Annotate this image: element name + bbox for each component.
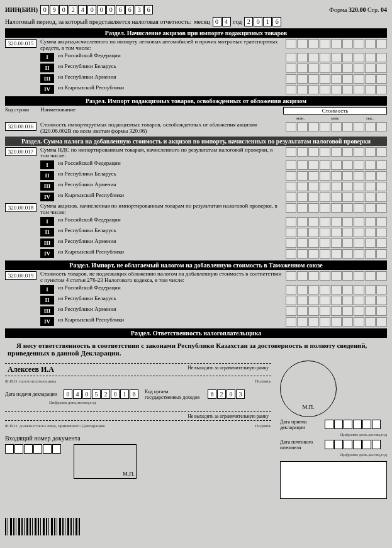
amount-cell[interactable] [365,217,376,226]
amount-cell[interactable] [342,217,353,226]
amount-cell[interactable] [331,228,342,237]
amount-cell[interactable] [342,171,353,181]
amount-cell[interactable] [308,228,319,237]
amount-cell[interactable] [297,317,308,327]
amount-cell[interactable] [331,217,342,226]
amount-cell[interactable] [297,249,308,259]
amount-cell[interactable] [297,193,308,202]
amount-cell[interactable] [365,53,376,62]
amount-cell[interactable] [297,296,308,305]
amount-cell[interactable] [320,171,330,181]
amount-cell[interactable] [297,238,308,248]
amount-cell[interactable] [354,285,364,294]
iin-d[interactable]: 3 [135,5,143,14]
amount-cell[interactable] [308,171,319,181]
amount-cell[interactable] [376,85,387,94]
amount-cell[interactable] [342,64,353,73]
amount-cell[interactable] [354,64,364,73]
amount-cell[interactable] [308,238,319,248]
amount-cell[interactable] [331,160,342,170]
amount-cell[interactable] [320,217,330,226]
amount-cell[interactable] [331,285,342,294]
iin-d[interactable]: 6 [144,5,153,14]
amount-cell[interactable] [365,296,376,305]
amount-cell[interactable] [286,182,296,191]
amount-cell[interactable] [331,74,342,84]
amount-cell[interactable] [308,74,319,84]
amount-cell[interactable] [286,285,296,294]
amount-cell[interactable] [376,238,387,248]
amount-cell[interactable] [342,74,353,84]
amount-cell[interactable] [342,306,353,316]
amount-cell[interactable] [320,249,330,259]
amount-cell[interactable] [331,306,342,316]
amount-cell[interactable] [308,53,319,62]
amount-cell[interactable] [286,306,296,316]
amount-cell[interactable] [342,249,353,259]
amount-cell[interactable] [342,53,353,62]
amount-cell[interactable] [320,228,330,237]
amount-cell[interactable] [342,85,353,94]
amount-cell[interactable] [365,182,376,191]
amount-cell[interactable] [297,306,308,316]
amount-cell[interactable] [297,228,308,237]
amount-cell[interactable] [376,182,387,191]
amount-cell[interactable] [354,306,364,316]
amount-cell[interactable] [320,53,330,62]
amount-cell[interactable] [354,217,364,226]
amount-cell[interactable] [365,74,376,84]
amount-cell[interactable] [354,296,364,305]
month-d[interactable]: 0 [213,17,221,26]
iin-d[interactable]: 6 [125,5,134,14]
amount-cell[interactable] [354,182,364,191]
amount-cell[interactable] [376,193,387,202]
year-d[interactable]: 0 [254,17,262,26]
amount-cell[interactable] [376,171,387,181]
amount-cell[interactable] [297,285,308,294]
amount-cell[interactable] [365,160,376,170]
amount-cell[interactable] [354,238,364,248]
amount-cell[interactable] [286,171,296,181]
amount-cell[interactable] [308,193,319,202]
amount-cell[interactable] [308,317,319,327]
amount-cell[interactable] [297,217,308,226]
amount-cell[interactable] [354,249,364,259]
amount-cell[interactable] [308,217,319,226]
amount-cell[interactable] [286,238,296,248]
amount-cell[interactable] [308,249,319,259]
amount-cell[interactable] [286,193,296,202]
amount-cell[interactable] [365,317,376,327]
amount-cell[interactable] [354,193,364,202]
amount-cell[interactable] [365,306,376,316]
amount-cell[interactable] [320,182,330,191]
amount-cell[interactable] [354,160,364,170]
amount-cell[interactable] [331,182,342,191]
amount-cell[interactable] [331,249,342,259]
amount-cell[interactable] [342,317,353,327]
amount-cell[interactable] [331,64,342,73]
amount-cell[interactable] [320,306,330,316]
amount-cell[interactable] [308,160,319,170]
amount-cell[interactable] [286,85,296,94]
amount-cell[interactable] [376,317,387,327]
amount-cell[interactable] [297,182,308,191]
amount-cell[interactable] [365,228,376,237]
amount-cell[interactable] [297,160,308,170]
amount-cell[interactable] [365,238,376,248]
amount-cell[interactable] [342,193,353,202]
amount-cell[interactable] [376,160,387,170]
amount-cell[interactable] [354,53,364,62]
amount-cell[interactable] [354,228,364,237]
amount-cell[interactable] [376,53,387,62]
amount-cell[interactable] [286,160,296,170]
iin-d[interactable]: 6 [116,5,125,14]
amount-cell[interactable] [308,85,319,94]
month-d[interactable]: 4 [222,17,231,26]
amount-cell[interactable] [331,53,342,62]
year-d[interactable]: 6 [272,17,281,26]
amount-cell[interactable] [342,160,353,170]
amount-cell[interactable] [376,228,387,237]
iin-d[interactable]: 4 [78,5,87,14]
amount-cell[interactable] [365,193,376,202]
amount-cell[interactable] [320,85,330,94]
